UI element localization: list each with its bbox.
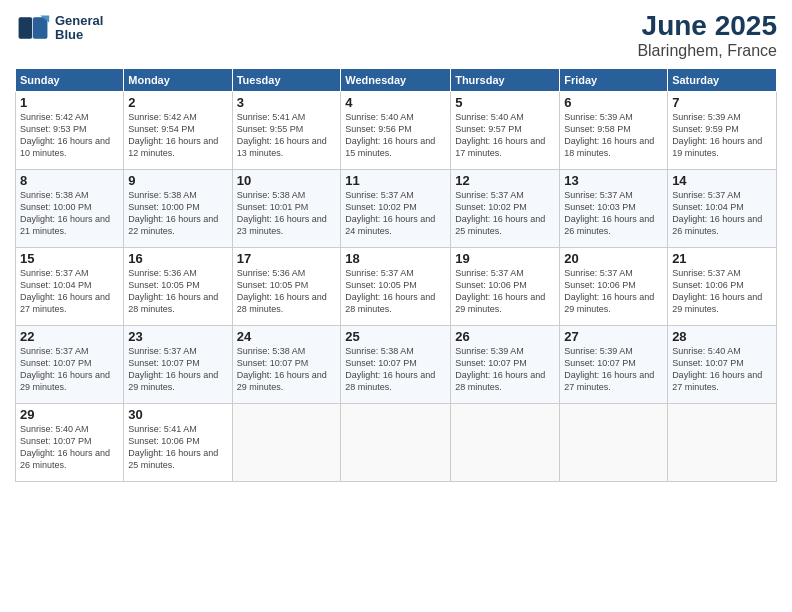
calendar-week-row: 8 Sunrise: 5:38 AM Sunset: 10:00 PM Dayl… xyxy=(16,170,777,248)
sunrise-label: Sunrise: 5:37 AM xyxy=(20,346,89,356)
sunset-label: Sunset: 10:04 PM xyxy=(20,280,92,290)
sunrise-label: Sunrise: 5:37 AM xyxy=(564,190,633,200)
calendar-week-row: 22 Sunrise: 5:37 AM Sunset: 10:07 PM Day… xyxy=(16,326,777,404)
day-number: 29 xyxy=(20,407,119,422)
daylight-label: Daylight: 16 hours and 24 minutes. xyxy=(345,214,435,236)
sunset-label: Sunset: 10:07 PM xyxy=(672,358,744,368)
logo-line2: Blue xyxy=(55,28,103,42)
day-number: 17 xyxy=(237,251,337,266)
sunrise-label: Sunrise: 5:42 AM xyxy=(128,112,197,122)
sunset-label: Sunset: 10:00 PM xyxy=(128,202,200,212)
sunset-label: Sunset: 10:06 PM xyxy=(564,280,636,290)
daylight-label: Daylight: 16 hours and 27 minutes. xyxy=(564,370,654,392)
sunrise-label: Sunrise: 5:36 AM xyxy=(237,268,306,278)
col-tuesday: Tuesday xyxy=(232,69,341,92)
sunrise-label: Sunrise: 5:41 AM xyxy=(237,112,306,122)
calendar-body: 1 Sunrise: 5:42 AM Sunset: 9:53 PM Dayli… xyxy=(16,92,777,482)
day-number: 14 xyxy=(672,173,772,188)
col-friday: Friday xyxy=(560,69,668,92)
day-number: 19 xyxy=(455,251,555,266)
day-number: 20 xyxy=(564,251,663,266)
table-row: 23 Sunrise: 5:37 AM Sunset: 10:07 PM Day… xyxy=(124,326,232,404)
day-number: 24 xyxy=(237,329,337,344)
calendar-week-row: 29 Sunrise: 5:40 AM Sunset: 10:07 PM Day… xyxy=(16,404,777,482)
sunrise-label: Sunrise: 5:37 AM xyxy=(345,190,414,200)
day-number: 16 xyxy=(128,251,227,266)
sunset-label: Sunset: 10:05 PM xyxy=(128,280,200,290)
table-row xyxy=(451,404,560,482)
sunrise-label: Sunrise: 5:38 AM xyxy=(237,190,306,200)
table-row: 20 Sunrise: 5:37 AM Sunset: 10:06 PM Day… xyxy=(560,248,668,326)
table-row xyxy=(560,404,668,482)
col-sunday: Sunday xyxy=(16,69,124,92)
table-row: 27 Sunrise: 5:39 AM Sunset: 10:07 PM Day… xyxy=(560,326,668,404)
svg-rect-2 xyxy=(19,17,32,39)
day-number: 8 xyxy=(20,173,119,188)
header: General Blue June 2025 Blaringhem, Franc… xyxy=(15,10,777,60)
sunset-label: Sunset: 9:58 PM xyxy=(564,124,631,134)
sunrise-label: Sunrise: 5:39 AM xyxy=(564,346,633,356)
sunrise-label: Sunrise: 5:40 AM xyxy=(672,346,741,356)
day-info: Sunrise: 5:37 AM Sunset: 10:04 PM Daylig… xyxy=(20,267,119,316)
day-info: Sunrise: 5:37 AM Sunset: 10:06 PM Daylig… xyxy=(672,267,772,316)
day-number: 13 xyxy=(564,173,663,188)
calendar-week-row: 1 Sunrise: 5:42 AM Sunset: 9:53 PM Dayli… xyxy=(16,92,777,170)
table-row: 19 Sunrise: 5:37 AM Sunset: 10:06 PM Day… xyxy=(451,248,560,326)
sunset-label: Sunset: 9:59 PM xyxy=(672,124,739,134)
svg-rect-3 xyxy=(33,17,47,39)
daylight-label: Daylight: 16 hours and 28 minutes. xyxy=(455,370,545,392)
sunrise-label: Sunrise: 5:37 AM xyxy=(128,346,197,356)
sunset-label: Sunset: 10:02 PM xyxy=(455,202,527,212)
table-row: 9 Sunrise: 5:38 AM Sunset: 10:00 PM Dayl… xyxy=(124,170,232,248)
calendar-header: Sunday Monday Tuesday Wednesday Thursday… xyxy=(16,69,777,92)
calendar-table: Sunday Monday Tuesday Wednesday Thursday… xyxy=(15,68,777,482)
day-number: 11 xyxy=(345,173,446,188)
day-info: Sunrise: 5:37 AM Sunset: 10:07 PM Daylig… xyxy=(128,345,227,394)
sunset-label: Sunset: 10:06 PM xyxy=(672,280,744,290)
day-number: 2 xyxy=(128,95,227,110)
daylight-label: Daylight: 16 hours and 28 minutes. xyxy=(237,292,327,314)
day-info: Sunrise: 5:37 AM Sunset: 10:02 PM Daylig… xyxy=(455,189,555,238)
table-row: 25 Sunrise: 5:38 AM Sunset: 10:07 PM Day… xyxy=(341,326,451,404)
daylight-label: Daylight: 16 hours and 27 minutes. xyxy=(672,370,762,392)
day-info: Sunrise: 5:38 AM Sunset: 10:00 PM Daylig… xyxy=(20,189,119,238)
daylight-label: Daylight: 16 hours and 25 minutes. xyxy=(455,214,545,236)
logo-text: General Blue xyxy=(55,14,103,43)
table-row: 18 Sunrise: 5:37 AM Sunset: 10:05 PM Day… xyxy=(341,248,451,326)
daylight-label: Daylight: 16 hours and 28 minutes. xyxy=(345,370,435,392)
table-row: 8 Sunrise: 5:38 AM Sunset: 10:00 PM Dayl… xyxy=(16,170,124,248)
sunrise-label: Sunrise: 5:37 AM xyxy=(564,268,633,278)
sunset-label: Sunset: 10:07 PM xyxy=(128,358,200,368)
sunset-label: Sunset: 10:07 PM xyxy=(455,358,527,368)
sunset-label: Sunset: 10:07 PM xyxy=(237,358,309,368)
day-info: Sunrise: 5:37 AM Sunset: 10:06 PM Daylig… xyxy=(455,267,555,316)
sunrise-label: Sunrise: 5:37 AM xyxy=(455,268,524,278)
sunrise-label: Sunrise: 5:42 AM xyxy=(20,112,89,122)
daylight-label: Daylight: 16 hours and 29 minutes. xyxy=(20,370,110,392)
day-info: Sunrise: 5:39 AM Sunset: 9:59 PM Dayligh… xyxy=(672,111,772,160)
daylight-label: Daylight: 16 hours and 26 minutes. xyxy=(20,448,110,470)
day-info: Sunrise: 5:40 AM Sunset: 10:07 PM Daylig… xyxy=(672,345,772,394)
table-row: 26 Sunrise: 5:39 AM Sunset: 10:07 PM Day… xyxy=(451,326,560,404)
logo-line1: General xyxy=(55,14,103,28)
sunset-label: Sunset: 9:56 PM xyxy=(345,124,412,134)
table-row: 17 Sunrise: 5:36 AM Sunset: 10:05 PM Day… xyxy=(232,248,341,326)
day-info: Sunrise: 5:37 AM Sunset: 10:06 PM Daylig… xyxy=(564,267,663,316)
table-row: 7 Sunrise: 5:39 AM Sunset: 9:59 PM Dayli… xyxy=(668,92,777,170)
sunrise-label: Sunrise: 5:37 AM xyxy=(455,190,524,200)
daylight-label: Daylight: 16 hours and 29 minutes. xyxy=(564,292,654,314)
table-row: 28 Sunrise: 5:40 AM Sunset: 10:07 PM Day… xyxy=(668,326,777,404)
table-row xyxy=(668,404,777,482)
sunset-label: Sunset: 9:55 PM xyxy=(237,124,304,134)
sunset-label: Sunset: 10:07 PM xyxy=(564,358,636,368)
daylight-label: Daylight: 16 hours and 26 minutes. xyxy=(564,214,654,236)
daylight-label: Daylight: 16 hours and 29 minutes. xyxy=(455,292,545,314)
day-number: 6 xyxy=(564,95,663,110)
table-row: 24 Sunrise: 5:38 AM Sunset: 10:07 PM Day… xyxy=(232,326,341,404)
calendar-week-row: 15 Sunrise: 5:37 AM Sunset: 10:04 PM Day… xyxy=(16,248,777,326)
daylight-label: Daylight: 16 hours and 19 minutes. xyxy=(672,136,762,158)
day-info: Sunrise: 5:42 AM Sunset: 9:54 PM Dayligh… xyxy=(128,111,227,160)
day-info: Sunrise: 5:37 AM Sunset: 10:05 PM Daylig… xyxy=(345,267,446,316)
calendar-title: June 2025 xyxy=(637,10,777,42)
sunrise-label: Sunrise: 5:40 AM xyxy=(455,112,524,122)
